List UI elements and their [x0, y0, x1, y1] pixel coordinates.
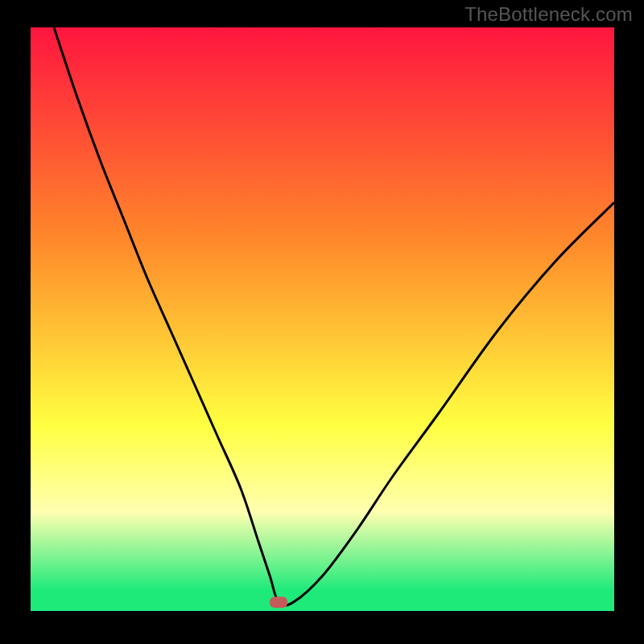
plot-background	[31, 27, 614, 611]
bottleneck-chart	[0, 0, 644, 644]
watermark-text: TheBottleneck.com	[464, 3, 633, 26]
optimal-marker	[270, 597, 287, 608]
chart-frame: TheBottleneck.com	[0, 0, 644, 644]
